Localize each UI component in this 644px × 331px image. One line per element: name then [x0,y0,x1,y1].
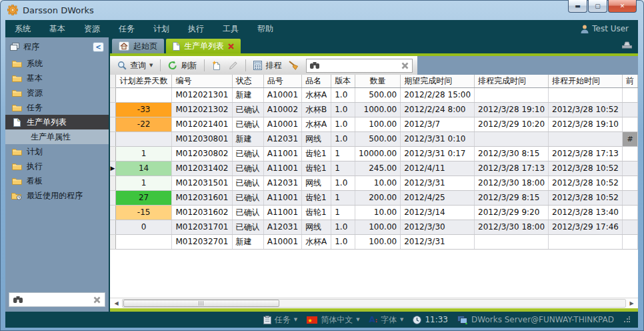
menu-item[interactable]: 计划 [144,23,179,35]
cell-extra[interactable] [622,234,637,249]
sidebar-item[interactable]: 最近使用的程序 [5,188,109,203]
column-header[interactable]: 排程开始时间 [549,75,623,87]
cell-extra[interactable] [622,220,637,234]
cell-status[interactable]: 新建 [232,87,263,102]
cell-sched_end[interactable]: 2012/3/28 19:10 [475,102,549,117]
cell-diff[interactable]: 0 [115,220,172,234]
cell-sched_end[interactable]: 2012/3/29 8:15 [475,190,549,205]
cell-status[interactable]: 已确认 [232,190,263,205]
pin-icon[interactable] [621,40,633,49]
table-row[interactable]: M012030801新建A12031网线1.0500.002012/3/31 0… [110,131,638,146]
cell-extra[interactable] [622,161,637,176]
cell-version[interactable]: 1.0 [331,117,355,131]
cell-version[interactable]: 1 [331,161,355,176]
cell-extra[interactable] [622,102,637,117]
cell-status[interactable]: 已确认 [232,161,263,176]
cell-item_no[interactable]: A11001 [263,146,301,161]
scroll-right-icon[interactable]: ▶ [627,299,636,308]
cell-qty[interactable]: 100.00 [355,234,400,249]
cell-expect[interactable]: 2012/3/31 [401,234,475,249]
cell-status[interactable]: 已确认 [232,102,263,117]
cell-version[interactable]: 1 [331,146,355,161]
cell-version[interactable]: 1.0 [331,87,355,102]
sidebar-item[interactable]: 资源 [5,85,109,100]
cell-item_no[interactable]: A11001 [263,205,301,220]
sidebar-item[interactable]: 系统 [5,56,109,71]
sidebar-search-clear-icon[interactable] [93,296,101,304]
toolbar-search-clear-icon[interactable] [401,62,409,69]
query-button[interactable]: 查询 ▼ [115,59,155,73]
cell-sched_start[interactable]: 2012/3/28 17:13 [549,146,623,161]
cell-item_no[interactable]: A11001 [263,190,301,205]
sidebar-item[interactable]: 生产单属性 [5,129,109,144]
cell-qty[interactable]: 10.00 [355,205,400,220]
cell-diff[interactable] [115,87,172,102]
cell-version[interactable]: 1.0 [331,131,355,146]
cell-status[interactable]: 已确认 [232,176,263,190]
cell-code[interactable]: M012021302 [172,102,232,117]
user-area[interactable]: Test User [581,24,638,33]
cell-diff[interactable] [115,234,172,249]
cell-diff[interactable] [115,131,172,146]
cell-version[interactable]: 1.0 [331,102,355,117]
table-row[interactable]: 1M012031501已确认A12031网线1.010.002012/3/312… [110,176,638,190]
table-row[interactable]: 0M012031701已确认A12031网线1.0100.002012/3/30… [110,220,638,234]
cell-code[interactable]: M012030802 [172,146,232,161]
clean-button[interactable] [286,59,301,71]
column-header[interactable]: 版本 [331,75,355,87]
cell-item_name[interactable]: 水杯A [302,87,331,102]
table-row[interactable]: 27M012031601已确认A11001齿轮11200.002012/4/25… [110,190,638,205]
cell-sched_start[interactable]: 2012/3/28 19:10 [549,117,623,131]
tab-close-icon[interactable] [228,43,234,49]
cell-expect[interactable]: 2012/4/25 [401,190,475,205]
toolbar-search-input[interactable] [323,60,398,71]
cell-expect[interactable]: 2012/2/24 8:00 [401,102,475,117]
cell-qty[interactable]: 500.00 [355,87,400,102]
cell-expect[interactable]: 2012/2/28 15:00 [401,87,475,102]
refresh-button[interactable]: 刷新 [165,59,199,73]
resize-grip[interactable] [623,316,630,323]
cell-sched_start[interactable]: 2012/3/28 10:52 [549,190,623,205]
cell-extra[interactable]: # [622,131,637,146]
sidebar-item[interactable]: 计划 [5,144,109,159]
column-header[interactable]: 排程完成时间 [475,75,549,87]
cell-diff[interactable]: -15 [115,205,172,220]
scrollbar-thumb[interactable] [123,300,279,307]
cell-sched_end[interactable]: 2012/3/28 17:13 [475,161,549,176]
font-dropdown[interactable]: A: 字体 ▼ [367,314,407,326]
cell-sched_start[interactable]: 2012/3/28 13:40 [549,205,623,220]
menu-item[interactable]: 资源 [75,23,109,35]
scroll-left-icon[interactable]: ◀ [112,299,121,308]
cell-qty[interactable]: 1000.00 [355,102,400,117]
menu-item[interactable]: 基本 [40,23,75,35]
cell-item_no[interactable]: A10001 [263,117,301,131]
cell-item_no[interactable]: A12031 [263,176,301,190]
sidebar-search-box[interactable] [9,292,105,307]
cell-diff[interactable]: 1 [115,146,172,161]
table-row[interactable]: ▶14M012031402已确认A11001齿轮11245.002012/4/1… [110,161,638,176]
cell-qty[interactable]: 200.00 [355,190,400,205]
cell-sched_start[interactable] [549,234,623,249]
row-header-cell[interactable] [110,117,115,131]
cell-expect[interactable]: 2012/3/14 [401,205,475,220]
cell-diff[interactable]: 14 [115,161,172,176]
scrollbar-track[interactable] [122,299,626,308]
table-row[interactable]: -22M012021401已确认A10001水杯A1.0100.002012/3… [110,117,638,131]
cell-sched_end[interactable] [475,234,549,249]
cell-code[interactable]: M012032701 [172,234,232,249]
cell-qty[interactable]: 10.00 [355,176,400,190]
menu-item[interactable]: 工具 [213,23,248,35]
cell-code[interactable]: M012021401 [172,117,232,131]
sidebar-item[interactable]: 基本 [5,71,109,85]
column-header[interactable]: 状态 [232,75,263,87]
row-header-cell[interactable] [110,102,115,117]
cell-item_no[interactable]: A12031 [263,220,301,234]
cell-expect[interactable]: 2012/3/31 0:10 [401,131,475,146]
cell-sched_start[interactable] [549,131,623,146]
column-header[interactable]: 数量 [355,75,400,87]
cell-item_name[interactable]: 齿轮1 [302,190,331,205]
column-header[interactable]: 期望完成时间 [401,75,475,87]
cell-extra[interactable] [622,117,637,131]
cell-status[interactable]: 新建 [232,131,263,146]
cell-sched_end[interactable]: 2012/3/29 10:20 [475,117,549,131]
